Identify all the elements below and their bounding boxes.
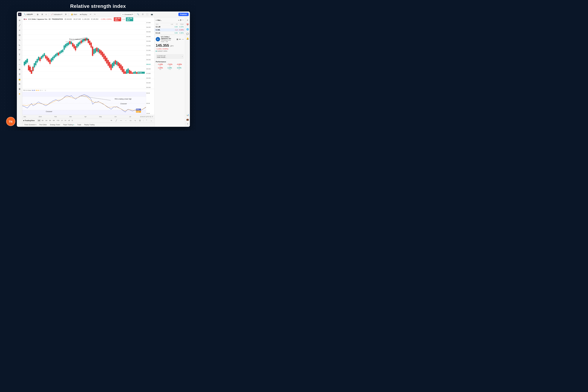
svg-rect-119 <box>99 50 100 54</box>
timeframe-selector[interactable]: D <box>41 13 44 16</box>
hline-icon[interactable]: — <box>119 118 123 123</box>
chart-type-icon[interactable]: ≡ <box>45 13 48 16</box>
forex-screener-tab[interactable]: Forex Screener ▾ <box>23 124 38 126</box>
watchlist-item-e[interactable]: E 1.11 0.00 0.36% <box>154 32 185 34</box>
more-icon[interactable]: ⋯ <box>182 38 184 40</box>
help-icon-btn[interactable]: ? <box>186 122 190 126</box>
svg-rect-81 <box>72 43 73 46</box>
indicators-button[interactable]: 📈 Indicators ▾ <box>50 13 63 16</box>
line-tool[interactable]: ╱ <box>18 23 22 28</box>
svg-rect-17 <box>27 59 28 62</box>
timeframe-ytd[interactable]: YTD <box>56 120 60 122</box>
channel-tool[interactable]: ⊟ <box>18 33 22 37</box>
arrow-icon[interactable]: → <box>124 118 128 123</box>
timeframe-3m[interactable]: 3M <box>48 120 52 122</box>
svg-rect-155 <box>125 71 126 74</box>
horizontal-line-tool[interactable]: ≡ <box>18 28 22 32</box>
tn-logo: TN <box>6 117 15 126</box>
chat-icon-btn[interactable]: 💬 <box>186 32 190 36</box>
timeframe-5d[interactable]: 5D <box>41 120 44 122</box>
callout-tool[interactable]: ☺ <box>18 58 22 62</box>
news-item[interactable]: 6 minutes ago Dollar slumps... › <box>156 54 184 59</box>
timeframe-1m[interactable]: 1M <box>44 120 48 122</box>
watchlist-icon-btn[interactable]: ≡ <box>186 18 190 22</box>
brush-tool[interactable]: ✏ <box>18 48 22 52</box>
clock-watchlist-icon[interactable]: ⏱ <box>180 19 182 21</box>
star-tool[interactable]: ★ <box>18 92 22 96</box>
pattern-tool[interactable]: ⊾ <box>18 43 22 47</box>
clock-icon[interactable]: ⏱ <box>141 13 144 16</box>
rsi-panel: RSI 14 close 32.25 28.10 ⚙ ✕ ⋯ ⊡ <box>22 89 154 115</box>
svg-rect-95 <box>82 40 83 42</box>
alert-button[interactable]: 🔔 Alert <box>70 13 78 16</box>
strategy-tester-tab[interactable]: Strategy Tester <box>49 124 62 126</box>
paper-trading-tab[interactable]: Paper Trading ● <box>62 124 76 126</box>
bag-icon-btn[interactable]: 💼 <box>186 118 190 121</box>
svg-rect-79 <box>70 42 72 44</box>
publish-button[interactable]: Publish <box>178 13 189 16</box>
watchlist-item-g[interactable]: G 1.30 0.00 0.33% <box>154 26 185 28</box>
svg-rect-29 <box>35 61 36 66</box>
alerts-icon-btn[interactable]: 🔔 <box>186 36 190 40</box>
svg-rect-111 <box>94 49 95 54</box>
replay-button[interactable]: ⏮ Replay <box>79 13 88 16</box>
trade-tab[interactable]: Trade <box>76 124 82 126</box>
main-chart-area: 🇺🇸🇯🇵 U.S. Dollar / Japanese Yen · 1D · T… <box>22 17 154 127</box>
watchlist-icon: ≡ <box>156 19 157 21</box>
layout-button[interactable]: ⊞ <box>64 13 68 16</box>
zoom-icon[interactable]: 🔍 <box>136 13 140 16</box>
rect-icon[interactable]: ▭ <box>128 118 132 123</box>
lock-tool[interactable]: 🔒 <box>18 77 22 81</box>
time-axis: Dec 2010 Feb Mar Apr May Jun Jul 22:03:3… <box>22 115 154 118</box>
timeframe-6m[interactable]: 6M <box>52 120 56 122</box>
svg-rect-147 <box>119 63 120 68</box>
globe-icon-btn[interactable]: 🌐 <box>186 28 190 31</box>
svg-rect-188 <box>22 110 146 115</box>
performance-section: Performance −1.24% 1W −7.61% 1M −6.90% 3… <box>154 60 185 71</box>
svg-rect-73 <box>66 43 68 46</box>
svg-rect-57 <box>55 54 56 57</box>
redo-button[interactable]: ↪ <box>93 13 96 16</box>
calendar-icon-btn[interactable]: 📅 <box>186 23 190 26</box>
edit-icon[interactable]: ✏ <box>179 38 181 40</box>
zoom-tool[interactable]: ⊕ <box>18 67 22 72</box>
timeframe-all[interactable]: All <box>68 120 70 122</box>
curve-icon[interactable]: ∿ <box>133 118 137 123</box>
unnamed-button[interactable]: ▭ Unnamed ▾ <box>121 13 134 16</box>
fullscreen-icon[interactable]: ⛶ <box>146 13 149 16</box>
symbol-search[interactable]: 🔍 USDJPY <box>22 13 34 16</box>
timeframe-5y[interactable]: 5Y <box>64 120 67 122</box>
candlestick-chart: Price is making a higher high 88.610 <box>22 21 146 74</box>
fib-tool[interactable]: ∿ <box>18 38 22 42</box>
performance-icon-btn[interactable]: 📊 <box>186 113 190 117</box>
add-icon[interactable]: ⊕ <box>36 12 40 16</box>
svg-rect-151 <box>122 66 123 72</box>
timeframe-1y[interactable]: 1Y <box>60 120 64 122</box>
undo-button[interactable]: ↩ <box>89 13 92 16</box>
svg-rect-33 <box>38 57 39 60</box>
timeframe-1d[interactable]: 1D <box>37 120 41 122</box>
grid-icon[interactable]: ⊞ <box>176 38 178 40</box>
measure-tool[interactable]: ↔ <box>18 62 22 66</box>
camera-icon[interactable]: 📷 <box>150 13 154 16</box>
crosshair-tool[interactable]: ✛ <box>18 18 22 22</box>
perf-1w: −1.24% 1W <box>156 64 165 66</box>
more-watchlist-icon[interactable]: ⋯ <box>182 19 184 21</box>
buy-badge: 145.358BUY <box>126 17 133 21</box>
pencil-icon[interactable]: ✏ <box>109 118 114 123</box>
box-icon[interactable]: ⊡ <box>138 118 142 123</box>
replay-trading-tab[interactable]: Replay Trading <box>83 124 96 126</box>
eye-tool[interactable]: 👁 <box>18 82 22 86</box>
svg-text:Price is making a higher high: Price is making a higher high <box>69 38 89 40</box>
trash-tool[interactable]: 🗑 <box>18 87 22 91</box>
clock-icon[interactable]: ⏱ <box>152 116 153 118</box>
line-icon[interactable]: ╱ <box>114 118 118 123</box>
watchlist-item-u[interactable]: U 145. −1.2 −0.84% <box>154 28 185 32</box>
pine-editor-tab[interactable]: Pine Editor <box>38 124 48 126</box>
add-watchlist-icon[interactable]: + <box>178 19 179 21</box>
change-value: −1.238 (−0.84%) <box>100 18 112 20</box>
magnet-tool[interactable]: ⚲ <box>18 72 22 76</box>
price-chart: Price is making a higher high 88.610 97.… <box>22 21 154 89</box>
text-tool[interactable]: T <box>18 52 22 57</box>
svg-rect-93 <box>80 40 82 43</box>
